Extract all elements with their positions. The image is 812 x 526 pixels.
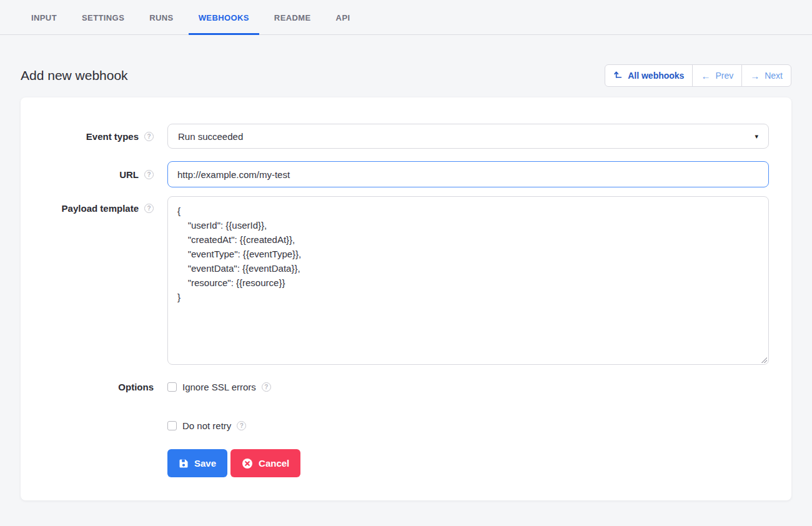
page-title: Add new webhook [21,68,128,83]
next-label: Next [765,71,783,81]
url-label: URL [119,169,139,180]
event-types-row: Event types ? Run succeeded ▾ [43,124,769,149]
tab-bar: INPUT SETTINGS RUNS WEBHOOKS README API [0,0,812,35]
page-header: Add new webhook All webhooks ← Prev → Ne… [21,64,791,87]
help-icon[interactable]: ? [262,382,271,392]
event-types-select[interactable]: Run succeeded ▾ [167,124,769,149]
tab-readme[interactable]: README [264,0,321,35]
all-webhooks-label: All webhooks [628,71,684,81]
save-label: Save [194,458,216,469]
save-button[interactable]: Save [167,449,227,477]
form-actions: Save Cancel [167,449,769,477]
event-types-selected-value: Run succeeded [178,131,243,142]
tab-api[interactable]: API [326,0,360,35]
prev-label: Prev [715,71,733,81]
tab-runs[interactable]: RUNS [139,0,183,35]
url-input[interactable] [167,161,769,187]
url-row: URL ? [43,161,769,187]
cancel-label: Cancel [259,458,289,469]
arrow-up-back-icon [613,70,623,81]
help-icon[interactable]: ? [144,170,154,179]
ignore-ssl-errors-label[interactable]: Ignore SSL errors [182,382,256,392]
tab-webhooks[interactable]: WEBHOOKS [189,0,259,35]
webhook-form-card: Event types ? Run succeeded ▾ URL ? Payl… [21,97,791,500]
ignore-ssl-errors-checkbox[interactable] [167,382,177,392]
webhook-nav-button-group: All webhooks ← Prev → Next [605,64,791,87]
tab-input[interactable]: INPUT [21,0,67,35]
ignore-ssl-errors-option: Ignore SSL errors ? [167,380,271,394]
payload-template-row: Payload template ? { "userId": {{userId}… [43,196,769,365]
payload-template-label: Payload template [62,203,139,214]
options-label: Options [118,382,154,392]
chevron-down-icon: ▾ [755,132,758,141]
do-not-retry-checkbox[interactable] [167,421,177,430]
options-row: Options Ignore SSL errors ? [43,380,769,394]
floppy-disk-icon [179,459,189,469]
do-not-retry-label[interactable]: Do not retry [182,420,231,431]
prev-button[interactable]: ← Prev [692,64,742,87]
help-icon[interactable]: ? [144,204,154,213]
tab-settings[interactable]: SETTINGS [72,0,134,35]
help-icon[interactable]: ? [237,421,246,430]
next-button[interactable]: → Next [741,64,791,87]
cancel-button[interactable]: Cancel [230,449,300,477]
help-icon[interactable]: ? [144,132,154,141]
circle-x-icon [242,458,253,469]
do-not-retry-option: Do not retry ? [167,419,769,432]
arrow-left-icon: ← [701,71,710,81]
payload-template-textarea[interactable]: { "userId": {{userId}}, "createdAt": {{c… [167,196,769,365]
arrow-right-icon: → [750,71,760,81]
all-webhooks-button[interactable]: All webhooks [605,64,693,87]
event-types-label: Event types [86,131,139,142]
